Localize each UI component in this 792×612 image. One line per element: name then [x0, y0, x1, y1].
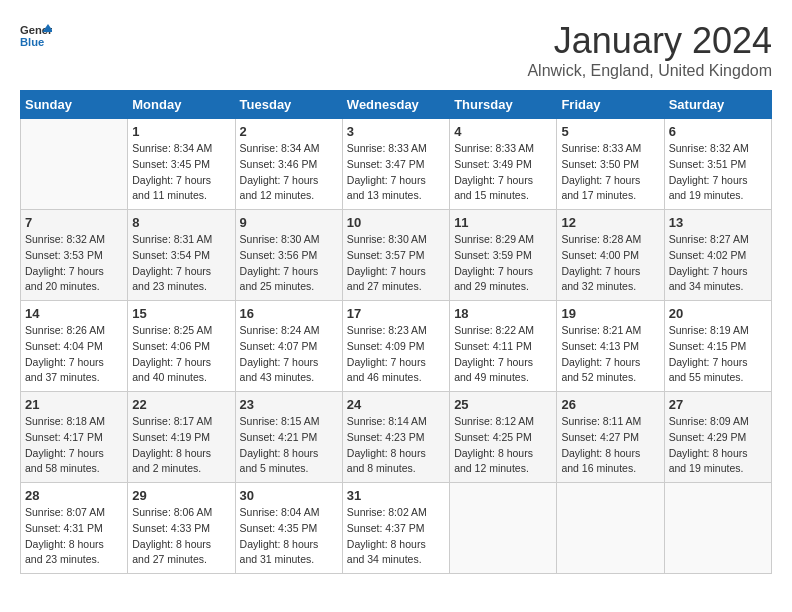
day-info: Sunrise: 8:29 AMSunset: 3:59 PMDaylight:… — [454, 232, 552, 295]
calendar-cell: 30Sunrise: 8:04 AMSunset: 4:35 PMDayligh… — [235, 483, 342, 574]
calendar-cell: 24Sunrise: 8:14 AMSunset: 4:23 PMDayligh… — [342, 392, 449, 483]
day-info: Sunrise: 8:34 AMSunset: 3:45 PMDaylight:… — [132, 141, 230, 204]
day-number: 14 — [25, 306, 123, 321]
calendar-cell: 31Sunrise: 8:02 AMSunset: 4:37 PMDayligh… — [342, 483, 449, 574]
day-info: Sunrise: 8:26 AMSunset: 4:04 PMDaylight:… — [25, 323, 123, 386]
day-info: Sunrise: 8:12 AMSunset: 4:25 PMDaylight:… — [454, 414, 552, 477]
month-title: January 2024 — [527, 20, 772, 62]
day-info: Sunrise: 8:34 AMSunset: 3:46 PMDaylight:… — [240, 141, 338, 204]
calendar-cell: 17Sunrise: 8:23 AMSunset: 4:09 PMDayligh… — [342, 301, 449, 392]
day-info: Sunrise: 8:02 AMSunset: 4:37 PMDaylight:… — [347, 505, 445, 568]
day-number: 3 — [347, 124, 445, 139]
calendar-cell: 18Sunrise: 8:22 AMSunset: 4:11 PMDayligh… — [450, 301, 557, 392]
day-number: 13 — [669, 215, 767, 230]
day-info: Sunrise: 8:32 AMSunset: 3:51 PMDaylight:… — [669, 141, 767, 204]
calendar-cell — [557, 483, 664, 574]
day-number: 25 — [454, 397, 552, 412]
day-info: Sunrise: 8:11 AMSunset: 4:27 PMDaylight:… — [561, 414, 659, 477]
calendar-cell: 3Sunrise: 8:33 AMSunset: 3:47 PMDaylight… — [342, 119, 449, 210]
calendar-cell: 2Sunrise: 8:34 AMSunset: 3:46 PMDaylight… — [235, 119, 342, 210]
day-info: Sunrise: 8:23 AMSunset: 4:09 PMDaylight:… — [347, 323, 445, 386]
calendar-cell: 27Sunrise: 8:09 AMSunset: 4:29 PMDayligh… — [664, 392, 771, 483]
day-info: Sunrise: 8:15 AMSunset: 4:21 PMDaylight:… — [240, 414, 338, 477]
day-info: Sunrise: 8:30 AMSunset: 3:56 PMDaylight:… — [240, 232, 338, 295]
header: General Blue January 2024 Alnwick, Engla… — [20, 20, 772, 80]
calendar-cell: 26Sunrise: 8:11 AMSunset: 4:27 PMDayligh… — [557, 392, 664, 483]
calendar-cell: 28Sunrise: 8:07 AMSunset: 4:31 PMDayligh… — [21, 483, 128, 574]
day-info: Sunrise: 8:25 AMSunset: 4:06 PMDaylight:… — [132, 323, 230, 386]
day-number: 16 — [240, 306, 338, 321]
calendar-cell: 8Sunrise: 8:31 AMSunset: 3:54 PMDaylight… — [128, 210, 235, 301]
day-info: Sunrise: 8:22 AMSunset: 4:11 PMDaylight:… — [454, 323, 552, 386]
day-info: Sunrise: 8:33 AMSunset: 3:49 PMDaylight:… — [454, 141, 552, 204]
calendar-cell: 20Sunrise: 8:19 AMSunset: 4:15 PMDayligh… — [664, 301, 771, 392]
day-info: Sunrise: 8:30 AMSunset: 3:57 PMDaylight:… — [347, 232, 445, 295]
day-info: Sunrise: 8:27 AMSunset: 4:02 PMDaylight:… — [669, 232, 767, 295]
calendar-cell — [664, 483, 771, 574]
day-info: Sunrise: 8:18 AMSunset: 4:17 PMDaylight:… — [25, 414, 123, 477]
day-number: 2 — [240, 124, 338, 139]
calendar-cell: 16Sunrise: 8:24 AMSunset: 4:07 PMDayligh… — [235, 301, 342, 392]
day-number: 20 — [669, 306, 767, 321]
header-friday: Friday — [557, 91, 664, 119]
day-number: 1 — [132, 124, 230, 139]
day-number: 5 — [561, 124, 659, 139]
day-number: 29 — [132, 488, 230, 503]
day-info: Sunrise: 8:09 AMSunset: 4:29 PMDaylight:… — [669, 414, 767, 477]
calendar-cell: 21Sunrise: 8:18 AMSunset: 4:17 PMDayligh… — [21, 392, 128, 483]
day-info: Sunrise: 8:33 AMSunset: 3:50 PMDaylight:… — [561, 141, 659, 204]
day-number: 19 — [561, 306, 659, 321]
calendar-cell: 22Sunrise: 8:17 AMSunset: 4:19 PMDayligh… — [128, 392, 235, 483]
day-number: 30 — [240, 488, 338, 503]
day-number: 26 — [561, 397, 659, 412]
location-title: Alnwick, England, United Kingdom — [527, 62, 772, 80]
day-info: Sunrise: 8:17 AMSunset: 4:19 PMDaylight:… — [132, 414, 230, 477]
logo: General Blue — [20, 20, 52, 52]
calendar-cell: 14Sunrise: 8:26 AMSunset: 4:04 PMDayligh… — [21, 301, 128, 392]
day-info: Sunrise: 8:24 AMSunset: 4:07 PMDaylight:… — [240, 323, 338, 386]
day-number: 15 — [132, 306, 230, 321]
calendar-cell: 13Sunrise: 8:27 AMSunset: 4:02 PMDayligh… — [664, 210, 771, 301]
day-number: 9 — [240, 215, 338, 230]
calendar-cell: 10Sunrise: 8:30 AMSunset: 3:57 PMDayligh… — [342, 210, 449, 301]
calendar-cell — [450, 483, 557, 574]
calendar-week-4: 28Sunrise: 8:07 AMSunset: 4:31 PMDayligh… — [21, 483, 772, 574]
day-info: Sunrise: 8:07 AMSunset: 4:31 PMDaylight:… — [25, 505, 123, 568]
calendar-cell: 29Sunrise: 8:06 AMSunset: 4:33 PMDayligh… — [128, 483, 235, 574]
day-number: 22 — [132, 397, 230, 412]
day-number: 17 — [347, 306, 445, 321]
calendar-cell: 15Sunrise: 8:25 AMSunset: 4:06 PMDayligh… — [128, 301, 235, 392]
day-number: 6 — [669, 124, 767, 139]
day-info: Sunrise: 8:28 AMSunset: 4:00 PMDaylight:… — [561, 232, 659, 295]
header-wednesday: Wednesday — [342, 91, 449, 119]
day-number: 23 — [240, 397, 338, 412]
calendar-cell: 25Sunrise: 8:12 AMSunset: 4:25 PMDayligh… — [450, 392, 557, 483]
header-thursday: Thursday — [450, 91, 557, 119]
day-number: 18 — [454, 306, 552, 321]
day-info: Sunrise: 8:33 AMSunset: 3:47 PMDaylight:… — [347, 141, 445, 204]
day-info: Sunrise: 8:04 AMSunset: 4:35 PMDaylight:… — [240, 505, 338, 568]
header-monday: Monday — [128, 91, 235, 119]
day-info: Sunrise: 8:21 AMSunset: 4:13 PMDaylight:… — [561, 323, 659, 386]
day-number: 27 — [669, 397, 767, 412]
day-number: 10 — [347, 215, 445, 230]
day-info: Sunrise: 8:06 AMSunset: 4:33 PMDaylight:… — [132, 505, 230, 568]
calendar-cell: 7Sunrise: 8:32 AMSunset: 3:53 PMDaylight… — [21, 210, 128, 301]
calendar-cell: 19Sunrise: 8:21 AMSunset: 4:13 PMDayligh… — [557, 301, 664, 392]
day-info: Sunrise: 8:19 AMSunset: 4:15 PMDaylight:… — [669, 323, 767, 386]
day-number: 8 — [132, 215, 230, 230]
logo-icon: General Blue — [20, 20, 52, 52]
calendar-cell: 11Sunrise: 8:29 AMSunset: 3:59 PMDayligh… — [450, 210, 557, 301]
calendar-cell: 6Sunrise: 8:32 AMSunset: 3:51 PMDaylight… — [664, 119, 771, 210]
calendar-week-0: 1Sunrise: 8:34 AMSunset: 3:45 PMDaylight… — [21, 119, 772, 210]
calendar-week-1: 7Sunrise: 8:32 AMSunset: 3:53 PMDaylight… — [21, 210, 772, 301]
calendar-week-3: 21Sunrise: 8:18 AMSunset: 4:17 PMDayligh… — [21, 392, 772, 483]
calendar-cell — [21, 119, 128, 210]
calendar-cell: 23Sunrise: 8:15 AMSunset: 4:21 PMDayligh… — [235, 392, 342, 483]
day-number: 11 — [454, 215, 552, 230]
day-number: 4 — [454, 124, 552, 139]
day-info: Sunrise: 8:32 AMSunset: 3:53 PMDaylight:… — [25, 232, 123, 295]
calendar-cell: 1Sunrise: 8:34 AMSunset: 3:45 PMDaylight… — [128, 119, 235, 210]
header-sunday: Sunday — [21, 91, 128, 119]
svg-text:Blue: Blue — [20, 36, 44, 48]
